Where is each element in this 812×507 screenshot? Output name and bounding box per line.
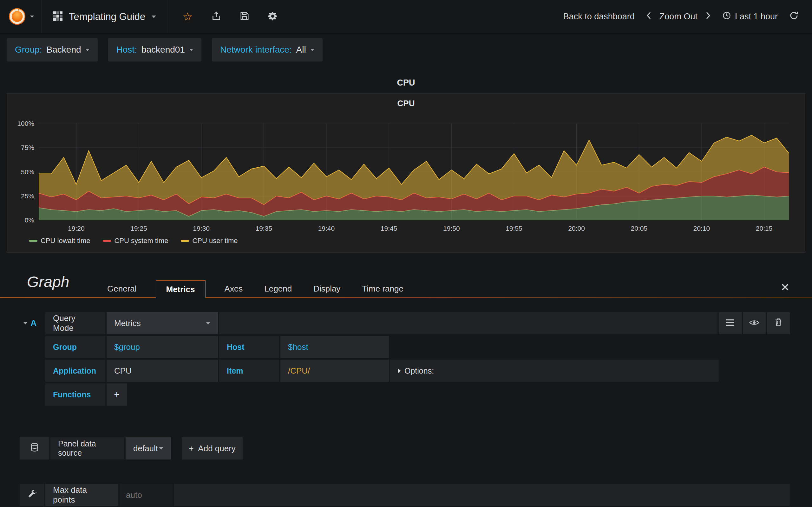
x-tick-label: 19:25 <box>126 225 151 232</box>
trash-icon <box>775 318 782 329</box>
time-nav: Zoom Out <box>646 11 711 22</box>
chevron-down-icon <box>86 49 90 51</box>
chevron-left-icon[interactable] <box>646 11 651 22</box>
chevron-down-icon <box>206 322 210 325</box>
query-mode-label: Query Mode <box>45 312 105 334</box>
legend-item[interactable]: CPU iowait time <box>29 237 90 245</box>
x-tick-label: 19:20 <box>63 225 89 232</box>
item-value-field[interactable]: /CPU/ <box>281 360 389 382</box>
variable-value: Backend <box>47 45 81 55</box>
chevron-down-icon <box>152 15 156 18</box>
settings-button[interactable] <box>268 11 278 22</box>
query-mode-dropdown[interactable]: Metrics <box>107 312 218 334</box>
variable-group-dropdown[interactable]: Group: Backend <box>7 38 98 61</box>
query-ref-id: A <box>31 319 37 328</box>
chevron-right-icon[interactable] <box>706 11 711 22</box>
add-query-button[interactable]: + Add query <box>182 437 243 459</box>
hamburger-icon <box>726 319 734 328</box>
chevron-down-icon <box>23 322 27 325</box>
tab-legend[interactable]: Legend <box>262 284 294 294</box>
dashboard-grid-icon <box>53 11 62 22</box>
application-value-field[interactable]: CPU <box>107 360 218 382</box>
tab-axes[interactable]: Axes <box>222 284 246 294</box>
close-editor-button[interactable] <box>781 283 789 292</box>
query-row-group-host: Group $group Host $host <box>20 336 790 358</box>
wrench-icon <box>28 490 37 501</box>
zoom-out-button[interactable]: Zoom Out <box>659 12 698 21</box>
navbar-actions: ☆ <box>168 0 292 33</box>
y-tick-label: 25% <box>7 192 34 200</box>
share-button[interactable] <box>211 11 221 22</box>
x-tick-label: 19:30 <box>189 225 214 232</box>
add-function-button[interactable]: + <box>107 383 127 406</box>
clock-icon <box>722 11 731 22</box>
back-to-dashboard-button[interactable]: Back to dashboard <box>563 12 635 21</box>
navbar-right: Back to dashboard Zoom Out Last 1 hour <box>563 0 812 33</box>
legend-item[interactable]: CPU user time <box>181 237 238 245</box>
group-value-field[interactable]: $group <box>107 336 218 358</box>
query-editor: A Query Mode Metrics <box>20 312 790 407</box>
tab-display[interactable]: Display <box>311 284 343 294</box>
row-title: CPU <box>0 78 812 88</box>
dashboard-title-menu[interactable]: Templating Guide <box>42 0 168 33</box>
variable-label: Network interface: <box>220 45 292 55</box>
legend-item[interactable]: CPU system time <box>103 237 168 245</box>
tab-time-range[interactable]: Time range <box>359 284 406 294</box>
y-tick-label: 75% <box>7 144 34 152</box>
plus-icon: + <box>189 444 194 452</box>
options-toggle[interactable]: Options: <box>390 360 719 382</box>
query-delete-button[interactable] <box>767 312 790 334</box>
x-tick-label: 20:15 <box>751 225 777 232</box>
host-value-field[interactable]: $host <box>281 336 389 358</box>
x-tick-label: 19:50 <box>439 225 464 232</box>
time-range-label: Last 1 hour <box>735 12 778 21</box>
indent <box>20 360 44 382</box>
x-tick-label: 19:40 <box>314 225 339 232</box>
y-tick-label: 0% <box>7 216 34 224</box>
legend-swatch-icon <box>103 240 111 242</box>
refresh-button[interactable] <box>789 11 799 22</box>
query-row-functions: Functions + <box>20 383 790 406</box>
y-tick-label: 50% <box>7 168 34 176</box>
query-row-app-item: Application CPU Item /CPU/ Options: <box>20 360 790 382</box>
panel-title[interactable]: CPU <box>7 99 805 108</box>
editor-panel-type: Graph <box>27 273 69 291</box>
query-menu-button[interactable] <box>719 312 742 334</box>
eye-icon <box>749 319 759 328</box>
variable-netif-dropdown[interactable]: Network interface: All <box>212 38 322 61</box>
query-collapse-toggle[interactable]: A <box>20 312 44 334</box>
star-button[interactable]: ☆ <box>183 11 193 22</box>
grafana-app: Templating Guide ☆ <box>0 0 812 507</box>
navbar: Templating Guide ☆ <box>0 0 812 34</box>
grafana-logo-icon <box>7 6 27 27</box>
time-range-picker[interactable]: Last 1 hour <box>722 11 778 22</box>
tab-general[interactable]: General <box>105 284 139 294</box>
indent <box>20 383 44 406</box>
tab-metrics[interactable]: Metrics <box>156 280 206 297</box>
query-row-filler <box>219 312 717 334</box>
variable-value: All <box>296 45 306 55</box>
item-label: Item <box>219 360 279 382</box>
chevron-down-icon <box>310 49 314 51</box>
max-data-points-input[interactable] <box>119 484 172 506</box>
mdp-row-filler <box>174 484 790 506</box>
x-tick-label: 20:00 <box>564 225 589 232</box>
indent <box>20 336 44 358</box>
variable-host-dropdown[interactable]: Host: backend01 <box>108 38 201 61</box>
functions-label: Functions <box>45 383 105 406</box>
template-variables: Group: Backend Host: backend01 Network i… <box>7 38 322 61</box>
host-label: Host <box>219 336 279 358</box>
cpu-graph[interactable] <box>39 124 789 220</box>
x-tick-label: 19:45 <box>376 225 402 232</box>
chevron-down-icon <box>159 447 163 450</box>
save-button[interactable] <box>240 11 249 22</box>
x-tick-label: 20:05 <box>626 225 652 232</box>
datasource-dropdown[interactable]: default <box>125 437 171 459</box>
legend-label: CPU user time <box>192 237 238 245</box>
graph-legend: CPU iowait timeCPU system timeCPU user t… <box>29 237 238 245</box>
save-icon <box>240 11 249 22</box>
share-icon <box>211 11 221 22</box>
legend-swatch-icon <box>29 240 38 242</box>
grafana-logo-menu[interactable] <box>0 0 42 33</box>
query-toggle-visibility-button[interactable] <box>743 312 766 334</box>
